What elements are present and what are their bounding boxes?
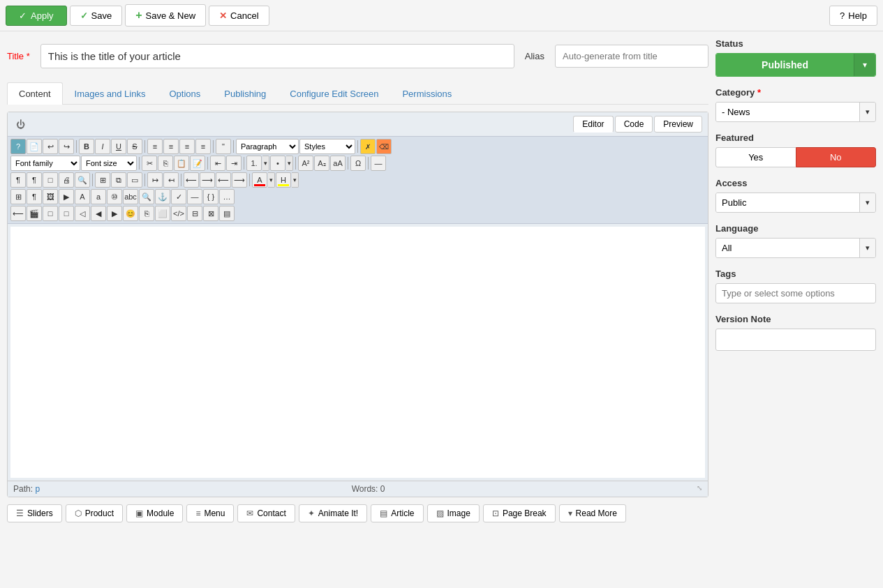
category-select[interactable]: - News (716, 103, 859, 121)
strikethrough-btn[interactable]: S (127, 139, 142, 154)
spellcheck2-btn[interactable]: ✓ (171, 189, 186, 204)
tab-options[interactable]: Options (157, 82, 212, 105)
cancel-button[interactable]: ✕ Cancel (209, 6, 269, 26)
box-btn[interactable]: □ (43, 206, 58, 221)
format-btn[interactable]: ⌫ (376, 139, 392, 154)
read-more-button[interactable]: ▾ Read More (559, 504, 626, 522)
special-chars-btn[interactable]: Ω (350, 156, 366, 171)
anchor-btn[interactable]: ⚓ (155, 189, 170, 204)
paste-btn[interactable]: 📋 (174, 156, 189, 171)
module-button[interactable]: ▣ Module (126, 504, 183, 522)
copy2-btn[interactable]: ⎘ (139, 206, 154, 221)
unordered-list-arrow[interactable]: ▾ (286, 156, 293, 171)
animate-button[interactable]: ✦ Animate It! (299, 504, 367, 522)
table-btn[interactable]: ⊞ (95, 172, 110, 188)
unordered-list-btn[interactable]: • (270, 156, 285, 171)
html-btn[interactable]: </> (171, 206, 186, 221)
spellcheck-btn[interactable]: abc (123, 189, 138, 204)
fontcolor-arrow[interactable]: ▾ (268, 172, 275, 188)
table2-btn[interactable]: ⊞ (10, 189, 26, 204)
img-btn[interactable]: 🖼 (43, 189, 58, 204)
underline-btn[interactable]: U (111, 139, 126, 154)
next-btn[interactable]: ▶ (107, 206, 122, 221)
counter-btn[interactable]: ⑩ (107, 189, 122, 204)
power-toggle-button[interactable]: ⏻ (13, 117, 27, 131)
ordered-list-arrow[interactable]: ▾ (262, 156, 269, 171)
paragraph-select[interactable]: Paragraph (236, 139, 299, 154)
rtl-btn[interactable]: ↤ (163, 172, 179, 188)
alias-input[interactable] (555, 45, 708, 68)
div2-btn[interactable]: □ (59, 206, 74, 221)
tab-configure[interactable]: Configure Edit Screen (278, 82, 390, 105)
inc-list-btn[interactable]: ⟶ (200, 172, 215, 188)
contact-button[interactable]: ✉ Contact (237, 504, 295, 522)
print-btn[interactable]: 🖨 (59, 172, 74, 188)
iframe-btn[interactable]: ⬜ (155, 206, 170, 221)
save-button[interactable]: ✓ Save (70, 6, 123, 26)
find-btn[interactable]: 🔍 (75, 172, 90, 188)
prev-btn[interactable]: ◀ (91, 206, 106, 221)
code-btn[interactable]: { } (203, 189, 218, 204)
tab-publishing[interactable]: Publishing (212, 82, 278, 105)
save-new-button[interactable]: + Save & New (125, 4, 206, 27)
fontcolor-btn[interactable]: A (252, 172, 267, 188)
tab-content[interactable]: Content (7, 82, 63, 105)
access-select-arrow[interactable]: ▾ (859, 193, 875, 212)
product-button[interactable]: ⬡ Product (66, 504, 123, 522)
tab-images[interactable]: Images and Links (63, 82, 158, 105)
access-select[interactable]: Public (716, 193, 859, 212)
emoji-btn[interactable]: 😊 (123, 206, 138, 221)
cut-btn[interactable]: ✂ (142, 156, 157, 171)
status-dropdown-button[interactable]: ▾ (854, 54, 875, 76)
font-family-select[interactable]: Font family (10, 156, 80, 171)
align-left-btn[interactable]: ≡ (147, 139, 163, 154)
language-select[interactable]: All (716, 239, 859, 257)
featured-no-button[interactable]: No (796, 147, 877, 167)
help-toolbar-btn[interactable]: ? (10, 139, 26, 154)
article-button[interactable]: ▤ Article (371, 504, 423, 522)
layers-btn[interactable]: ⧉ (111, 172, 126, 188)
inc-list2-btn[interactable]: ⟶ (232, 172, 247, 188)
font-size-small-btn[interactable]: aA (330, 156, 346, 171)
blockquote-btn[interactable]: " (216, 139, 231, 154)
help-button[interactable]: ? Help (829, 6, 877, 26)
arrow-btn[interactable]: ◁ (75, 206, 90, 221)
dec-list2-btn[interactable]: ⟵ (216, 172, 231, 188)
apply-button[interactable]: ✓ Apply (6, 6, 67, 26)
tab-permissions[interactable]: Permissions (390, 82, 463, 105)
status-value-button[interactable]: Published (716, 54, 854, 76)
copy-btn[interactable]: ⎘ (158, 156, 173, 171)
featured-yes-button[interactable]: Yes (715, 147, 796, 167)
bold-btn[interactable]: B (79, 139, 94, 154)
redo-btn[interactable]: ↪ (59, 139, 74, 154)
tags-input[interactable] (715, 283, 876, 303)
menu-button[interactable]: ≡ Menu (186, 504, 234, 522)
page-break-button[interactable]: ⊡ Page Break (483, 504, 556, 522)
superscript-btn[interactable]: A² (298, 156, 313, 171)
title-input[interactable] (40, 44, 514, 68)
ltr2-btn[interactable]: ⟵ (10, 206, 26, 221)
highlight-btn[interactable]: H (276, 172, 291, 188)
language-select-arrow[interactable]: ▾ (859, 239, 875, 257)
wide-btn[interactable]: ⊟ (187, 206, 202, 221)
ordered-list-btn[interactable]: 1. (246, 156, 262, 171)
narrow-btn[interactable]: ⊠ (203, 206, 218, 221)
flash-btn[interactable]: ▶ (59, 189, 74, 204)
font-size-select[interactable]: Font size (81, 156, 137, 171)
editor-tab-preview[interactable]: Preview (654, 116, 702, 133)
editor-content-area[interactable] (10, 227, 705, 478)
undo-btn[interactable]: ↩ (43, 139, 58, 154)
highlight-arrow[interactable]: ▾ (292, 172, 299, 188)
subscript-btn[interactable]: A₂ (314, 156, 329, 171)
align-center-btn[interactable]: ≡ (163, 139, 179, 154)
paste-text-btn[interactable]: 📝 (190, 156, 205, 171)
new-doc-btn[interactable]: 📄 (27, 139, 42, 154)
div-container-btn[interactable]: ▭ (127, 172, 142, 188)
abbr-btn[interactable]: A (75, 189, 90, 204)
version-note-input[interactable] (715, 329, 876, 351)
ltr-btn[interactable]: ↦ (147, 172, 163, 188)
more2-btn[interactable]: ▤ (219, 206, 235, 221)
align-justify-btn[interactable]: ≡ (195, 139, 211, 154)
more-btn[interactable]: … (219, 189, 235, 204)
hr-btn[interactable]: — (371, 156, 386, 171)
